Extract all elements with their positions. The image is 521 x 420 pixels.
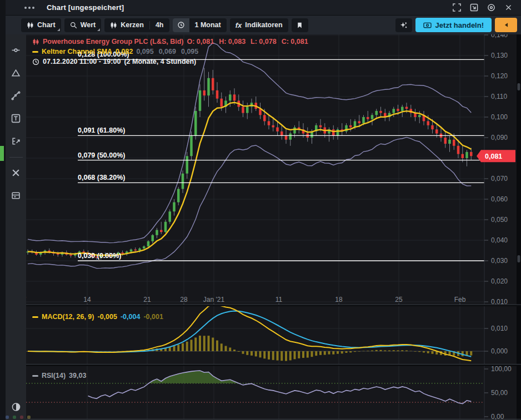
candles-icon (110, 22, 117, 29)
svg-text:28: 28 (180, 296, 188, 303)
candles-button[interactable]: Kerzen (104, 18, 149, 32)
svg-text:0,040: 0,040 (491, 236, 508, 244)
annotation-tool[interactable] (8, 133, 24, 149)
bookmark-icon (296, 22, 303, 29)
chart-window: 0,128 (100.00%)0,091 (61.80%)0,079 (50.0… (0, 0, 521, 420)
keltner-label: Keltner Channel SMA (42, 48, 112, 55)
layout-panels-tool[interactable] (8, 188, 24, 203)
clock-icon (32, 58, 39, 65)
banknote-icon (423, 22, 432, 29)
svg-text:0,090: 0,090 (491, 134, 508, 141)
sidebar-divider (9, 157, 23, 158)
svg-text:0,070: 0,070 (491, 175, 508, 183)
svg-text:0,110: 0,110 (491, 93, 507, 100)
rsi-label: RSI(14) (42, 372, 66, 379)
svg-text:18: 18 (335, 296, 343, 303)
svg-text:11: 11 (275, 296, 283, 303)
bookmark-button[interactable] (292, 18, 308, 32)
svg-text:0,081: 0,081 (485, 153, 502, 160)
right-scroll-strip (517, 34, 521, 420)
rsi-dash-icon (32, 375, 38, 377)
clock-icon (177, 21, 185, 29)
svg-text:0,010: 0,010 (491, 325, 508, 332)
svg-text:0,050: 0,050 (491, 216, 508, 224)
instrument-candles-icon (32, 38, 39, 45)
fx-icon: fx (236, 21, 242, 29)
visible-time-span: (2 Monate, 4 Stunden) (124, 58, 196, 65)
crosshair-tool[interactable] (8, 42, 24, 58)
svg-text:21: 21 (143, 296, 151, 303)
svg-text:0,120: 0,120 (491, 72, 508, 80)
taskbar-indicator (0, 146, 4, 161)
period-clock-button[interactable] (173, 18, 189, 32)
candles-icon (27, 22, 34, 29)
magic-wand-button[interactable] (395, 18, 412, 32)
svg-text:0,068 (38.20%): 0,068 (38.20%) (78, 174, 125, 181)
fullscreen-icon[interactable] (450, 2, 463, 14)
toolbar: Chart Wert Kerzen 4h 1 Monat fx Indikato… (6, 16, 521, 34)
svg-text:0,000: 0,000 (491, 347, 508, 355)
symbol-search-button[interactable]: Wert (64, 18, 102, 32)
svg-text:100,00: 100,00 (491, 365, 512, 373)
shapes-tool[interactable] (8, 65, 24, 80)
svg-text:0,100: 0,100 (491, 113, 508, 121)
trendline-tool[interactable] (8, 88, 24, 103)
indicators-button[interactable]: fx Indikatoren (230, 18, 288, 32)
window-menu-icon[interactable] (24, 7, 34, 9)
svg-text:50,00: 50,00 (491, 389, 508, 397)
macd-dash-icon (32, 316, 38, 318)
target-icon[interactable] (485, 2, 497, 14)
popout-icon[interactable] (468, 2, 480, 14)
trade-button[interactable]: Jetzt handeln! (415, 18, 492, 32)
period-group: 1 Monat (173, 18, 227, 32)
instrument-name: Powerhouse Energy Group PLC (L&S, Bid) (43, 38, 184, 45)
window-title: Chart [ungespeichert] (47, 3, 124, 12)
drawing-tools-sidebar (6, 34, 26, 420)
sparkles-icon (399, 21, 408, 29)
svg-text:0,00: 0,00 (491, 413, 504, 420)
keltner-dash-icon (32, 51, 38, 53)
macd-label: MACD(12, 26, 9) (42, 313, 94, 321)
collapse-panel-button[interactable] (495, 18, 517, 32)
main-legend: Powerhouse Energy Group PLC (L&S, Bid) O… (32, 37, 313, 67)
period-button[interactable]: 1 Monat (189, 18, 227, 32)
svg-text:0,030: 0,030 (491, 257, 508, 265)
visible-time-range: 07.12.2020 11:00 - 19:00 (43, 58, 121, 65)
tools-tool[interactable] (8, 165, 24, 180)
text-tool[interactable] (8, 110, 24, 126)
search-icon (70, 22, 77, 29)
chart-type-button[interactable]: Chart (21, 18, 61, 32)
interval-button[interactable]: 4h (150, 18, 169, 32)
titlebar: Chart [ungespeichert] (6, 0, 521, 16)
svg-text:0,130: 0,130 (491, 52, 508, 59)
svg-text:Feb: Feb (454, 296, 466, 303)
svg-text:0,060: 0,060 (491, 195, 508, 203)
theme-contrast-icon[interactable] (11, 402, 21, 414)
rsi-legend: RSI(14) 39,03 (32, 371, 86, 381)
svg-text:25: 25 (395, 296, 403, 303)
underlying-window-strip (0, 0, 6, 420)
svg-text:0,030 (0.00%): 0,030 (0.00%) (78, 252, 122, 260)
triangle-left-icon (503, 22, 509, 28)
svg-text:0,079 (50.00%): 0,079 (50.00%) (78, 151, 125, 159)
macd-legend: MACD(12, 26, 9) -0,005 -0,004 -0,001 (32, 312, 163, 322)
svg-text:14: 14 (83, 296, 91, 303)
svg-text:Jan '21: Jan '21 (203, 296, 225, 303)
svg-text:0,091 (61.80%): 0,091 (61.80%) (78, 126, 125, 134)
chart-background (26, 34, 521, 420)
chart-style-group: Kerzen 4h (104, 18, 169, 32)
close-icon[interactable] (502, 2, 514, 14)
dock-icon-dots (6, 416, 31, 420)
svg-text:0,020: 0,020 (491, 277, 508, 285)
